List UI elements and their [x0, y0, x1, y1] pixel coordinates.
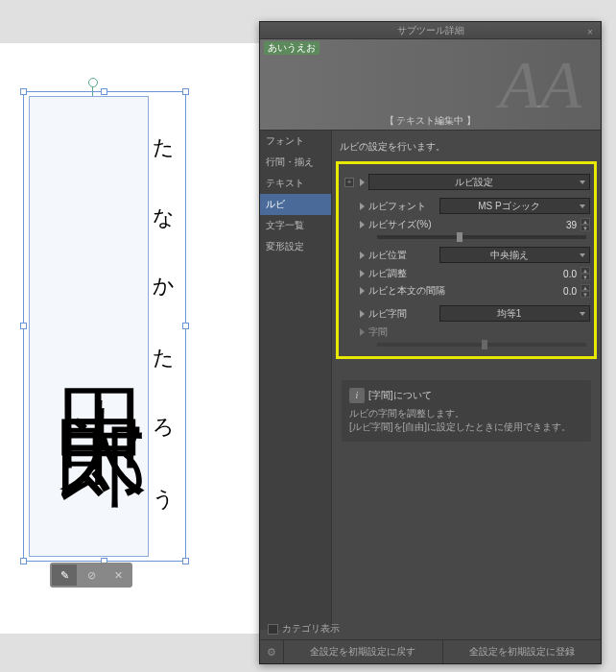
- info-box: i [字間]について ルビの字間を調整します。 [ルビ字間]を[自由]に設定した…: [342, 380, 591, 442]
- ruby-font-row: ルビフォント MS Pゴシック: [343, 198, 590, 214]
- brush-name: あいうえお: [264, 41, 320, 55]
- category-ruby[interactable]: ルビ: [260, 194, 331, 215]
- cancel-button[interactable]: ✕: [106, 564, 130, 586]
- char-space-slider-row: [343, 343, 590, 347]
- close-icon[interactable]: ×: [583, 24, 597, 37]
- info-line: ルビの字間を調整します。: [349, 407, 583, 420]
- ruby-size-label: ルビサイズ(%): [368, 218, 436, 231]
- ruby-font-label: ルビフォント: [368, 200, 436, 213]
- ruby-adjust-row: ルビ調整 0.0 ▲▼: [343, 267, 590, 280]
- category-text[interactable]: テキスト: [260, 173, 331, 194]
- info-line: [ルビ字間]を[自由]に設定したときに使用できます。: [349, 420, 583, 434]
- ruby-pos-row: ルビ位置 中央揃え: [343, 247, 590, 263]
- gear-icon[interactable]: ⚙: [260, 640, 283, 663]
- reset-button[interactable]: 全設定を初期設定に戻す: [283, 640, 442, 663]
- category-show-label: カテゴリ表示: [282, 622, 340, 636]
- edit-button[interactable]: ✎: [52, 564, 77, 586]
- resize-handle[interactable]: [20, 88, 27, 95]
- ruby-adjust-spinner[interactable]: ▲▼: [580, 267, 590, 280]
- preview-glyph: AA: [499, 47, 581, 124]
- ruby-spacing-row: ルビ字間 均等1: [343, 305, 590, 322]
- rotate-handle[interactable]: [88, 78, 98, 87]
- ruby-gap-spinner[interactable]: ▲▼: [580, 284, 590, 298]
- disclosure-icon[interactable]: [360, 252, 365, 259]
- ruby-size-slider-row: [343, 235, 590, 239]
- canvas-area: 田中太郎 たなかたろう ✎ ⊘ ✕: [0, 43, 259, 634]
- ruby-size-slider[interactable]: [377, 235, 586, 239]
- category-show-checkbox[interactable]: [268, 624, 278, 635]
- ruby-gap-row: ルビと本文の間隔 0.0 ▲▼: [343, 284, 590, 298]
- description: ルビの設定を行います。: [336, 136, 597, 161]
- ruby-size-spinner[interactable]: ▲▼: [580, 218, 590, 231]
- edit-mode-badge: 【 テキスト編集中 】: [385, 114, 477, 128]
- category-show-row: カテゴリ表示: [260, 618, 601, 639]
- subtool-detail-panel: サブツール詳細 × あいうえお AA 【 テキスト編集中 】 フォント 行間・揃…: [259, 21, 602, 664]
- ruby-spacing-dropdown[interactable]: 均等1: [439, 305, 590, 322]
- disclosure-icon[interactable]: [360, 179, 365, 186]
- ruby-size-value[interactable]: 39: [538, 220, 577, 230]
- confirm-button[interactable]: ⊘: [79, 564, 104, 586]
- category-chars[interactable]: 文字一覧: [260, 215, 331, 236]
- category-line[interactable]: 行間・揃え: [260, 152, 331, 173]
- resize-handle[interactable]: [182, 88, 189, 95]
- disclosure-icon[interactable]: [360, 287, 365, 295]
- category-list: フォント 行間・揃え テキスト ルビ 文字一覧 変形設定: [260, 131, 332, 630]
- ruby-font-dropdown[interactable]: MS Pゴシック: [439, 198, 590, 214]
- char-space-row: 字間: [343, 325, 590, 339]
- text-toolbar: ✎ ⊘ ✕: [50, 563, 132, 588]
- panel-title: サブツール詳細: [397, 25, 464, 36]
- properties-pane: ルビの設定を行います。 + ルビ設定 ルビフォント MS Pゴシック: [332, 131, 601, 630]
- ruby-size-row: ルビサイズ(%) 39 ▲▼: [343, 218, 590, 231]
- resize-handle[interactable]: [20, 323, 27, 329]
- disclosure-icon[interactable]: [360, 270, 365, 277]
- text-frame[interactable]: 田中太郎 たなかたろう: [29, 96, 178, 557]
- info-title: [字間]について: [368, 389, 432, 402]
- ruby-adjust-label: ルビ調整: [368, 267, 436, 280]
- ruby-pos-dropdown[interactable]: 中央揃え: [439, 247, 590, 263]
- panel-titlebar[interactable]: サブツール詳細 ×: [260, 22, 601, 39]
- expand-toggle[interactable]: +: [344, 178, 354, 187]
- ruby-pos-label: ルビ位置: [368, 249, 436, 262]
- disclosure-icon[interactable]: [360, 203, 365, 210]
- disclosure-icon[interactable]: [360, 310, 365, 318]
- highlighted-settings: + ルビ設定 ルビフォント MS Pゴシック ルビサイズ(%): [336, 161, 597, 359]
- char-space-slider: [377, 343, 586, 347]
- category-font[interactable]: フォント: [260, 131, 331, 152]
- register-button[interactable]: 全設定を初期設定に登録: [442, 640, 602, 663]
- brush-preview: あいうえお AA 【 テキスト編集中 】: [260, 39, 601, 131]
- ruby-adjust-value[interactable]: 0.0: [538, 269, 577, 279]
- ruby-settings-header-row: + ルビ設定: [343, 174, 590, 190]
- panel-footer: カテゴリ表示 ⚙ 全設定を初期設定に戻す 全設定を初期設定に登録: [260, 618, 601, 663]
- ruby-gap-value[interactable]: 0.0: [538, 286, 577, 297]
- ruby-text: たなかたろう: [149, 96, 178, 557]
- panel-body: フォント 行間・揃え テキスト ルビ 文字一覧 変形設定 ルビの設定を行います。…: [260, 131, 601, 630]
- main-text[interactable]: 田中太郎: [29, 96, 149, 557]
- disclosure-icon[interactable]: [360, 221, 365, 228]
- ruby-settings-dropdown[interactable]: ルビ設定: [368, 174, 590, 190]
- info-icon: i: [349, 388, 365, 403]
- resize-handle[interactable]: [182, 558, 189, 564]
- resize-handle[interactable]: [101, 88, 107, 95]
- category-transform[interactable]: 変形設定: [260, 236, 331, 257]
- resize-handle[interactable]: [20, 558, 27, 564]
- resize-handle[interactable]: [182, 323, 189, 329]
- char-space-label: 字間: [368, 325, 436, 339]
- ruby-spacing-label: ルビ字間: [368, 307, 436, 321]
- footer-buttons: ⚙ 全設定を初期設定に戻す 全設定を初期設定に登録: [260, 639, 601, 663]
- ruby-gap-label: ルビと本文の間隔: [368, 284, 464, 298]
- disclosure-icon: [360, 328, 365, 336]
